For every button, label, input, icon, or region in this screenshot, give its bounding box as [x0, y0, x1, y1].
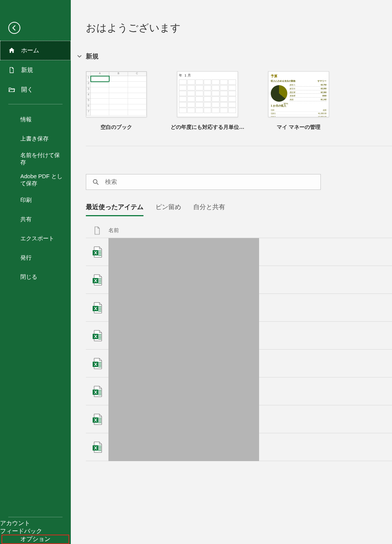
recent-file-row[interactable] — [86, 294, 392, 322]
template-caption: どの年度にも対応する月単位… — [171, 124, 244, 131]
file-name-redacted — [108, 405, 259, 433]
back-button[interactable] — [8, 22, 20, 34]
sidebar-item-save[interactable]: 上書き保存 — [0, 129, 71, 148]
file-header-icon — [86, 226, 108, 235]
template-thumbnail: ABC 1 2 3 4 5 6 7 — [86, 71, 147, 117]
excel-file-icon — [86, 358, 108, 370]
file-icon — [8, 67, 18, 73]
search-icon — [86, 179, 105, 185]
sidebar-item-label: 新規 — [18, 66, 33, 74]
file-list-header: 名前 — [86, 223, 392, 238]
sidebar-item-label: エクスポート — [20, 235, 54, 242]
sidebar-item-save-as[interactable]: 名前を付けて保存 — [0, 148, 71, 169]
sidebar-item-adobe-pdf[interactable]: Adobe PDF として保存 — [0, 169, 71, 190]
template-caption: 空白のブック — [101, 124, 132, 131]
excel-file-icon — [86, 302, 108, 314]
sidebar-item-label: 印刷 — [20, 196, 32, 204]
template-thumbnail: 年1 月 — [177, 71, 238, 117]
file-header-name: 名前 — [108, 227, 119, 234]
file-name-redacted — [108, 377, 259, 405]
sidebar-item-label: 閉じる — [20, 273, 37, 281]
sidebar-item-label: フィードバック — [0, 528, 42, 534]
template-caption: マイ マネーの管理 — [277, 124, 320, 131]
sidebar-item-share[interactable]: 共有 — [0, 209, 71, 229]
excel-file-icon — [86, 441, 108, 453]
new-section-label: 新規 — [86, 52, 99, 61]
folder-open-icon — [8, 86, 18, 93]
sidebar-divider — [8, 104, 63, 104]
sidebar-item-open[interactable]: 開く — [0, 80, 71, 99]
chevron-down-icon — [77, 54, 82, 59]
sidebar: ホーム 新規 開く 情報 上書き保存 名前を付けて保存 Adobe PDF とし… — [0, 0, 71, 544]
sidebar-item-label: Adobe PDF として保存 — [20, 173, 64, 187]
sidebar-item-options[interactable]: オプション — [2, 535, 69, 543]
file-name-redacted — [108, 350, 259, 377]
horizontal-divider — [86, 146, 392, 146]
file-name-redacted — [108, 238, 259, 266]
excel-file-icon — [86, 274, 108, 286]
template-manage-my-money[interactable]: 予算 収入に占める支出の割合 サマリー 35% 総収入¥3,750 — [268, 71, 329, 131]
sidebar-item-label: 開く — [18, 86, 33, 94]
file-name-redacted — [108, 322, 259, 350]
sidebar-item-feedback[interactable]: フィードバック — [0, 527, 71, 535]
recent-file-row[interactable] — [86, 238, 392, 266]
recent-file-row[interactable] — [86, 322, 392, 350]
recent-file-row[interactable] — [86, 350, 392, 377]
file-name-redacted — [108, 433, 259, 461]
tab-pinned[interactable]: ピン留め — [156, 203, 181, 216]
recent-file-row[interactable] — [86, 433, 392, 461]
excel-file-icon — [86, 385, 108, 397]
sidebar-item-label: 共有 — [20, 215, 32, 223]
template-blank-workbook[interactable]: ABC 1 2 3 4 5 6 7 空白のブック — [86, 71, 147, 131]
sidebar-item-label: ホーム — [18, 47, 39, 55]
sidebar-item-new[interactable]: 新規 — [0, 60, 71, 80]
excel-file-icon — [86, 330, 108, 342]
main-content: おはようございます 新規 ABC 1 2 3 4 5 6 7 — [71, 0, 392, 544]
template-thumbnail: 予算 収入に占める支出の割合 サマリー 35% 総収入¥3,750 — [268, 71, 329, 117]
new-section-header[interactable]: 新規 — [77, 52, 392, 61]
tab-shared[interactable]: 自分と共有 — [193, 203, 225, 216]
search-input[interactable] — [105, 179, 320, 185]
sidebar-item-home[interactable]: ホーム — [0, 41, 71, 60]
sidebar-item-label: 上書き保存 — [20, 135, 49, 142]
home-icon — [8, 47, 18, 54]
sidebar-item-close[interactable]: 閉じる — [0, 267, 71, 286]
sidebar-item-info[interactable]: 情報 — [0, 110, 71, 129]
svg-point-0 — [93, 180, 97, 183]
recent-file-list: 名前 — [86, 223, 392, 461]
sidebar-item-label: オプション — [20, 536, 50, 542]
sidebar-item-account[interactable]: アカウント — [0, 520, 71, 527]
sidebar-item-export[interactable]: エクスポート — [0, 229, 71, 248]
recent-file-row[interactable] — [86, 377, 392, 405]
sidebar-item-label: 名前を付けて保存 — [20, 151, 64, 166]
tab-label: 最近使ったアイテム — [86, 203, 143, 211]
back-arrow-icon — [11, 25, 17, 31]
sidebar-item-label: アカウント — [0, 520, 30, 526]
recent-file-row[interactable] — [86, 405, 392, 433]
file-name-redacted — [108, 294, 259, 322]
file-name-redacted — [108, 266, 259, 294]
excel-file-icon — [86, 413, 108, 425]
tab-recent[interactable]: 最近使ったアイテム — [86, 203, 143, 216]
tab-label: 自分と共有 — [193, 203, 225, 211]
svg-line-1 — [97, 183, 99, 185]
sidebar-item-label: 情報 — [20, 116, 32, 123]
recent-file-row[interactable] — [86, 266, 392, 294]
search-box[interactable] — [86, 174, 321, 190]
sidebar-item-print[interactable]: 印刷 — [0, 190, 71, 209]
page-greeting: おはようございます — [86, 21, 392, 35]
template-monthly-calendar[interactable]: 年1 月 どの年度にも対応する月単位… — [177, 71, 238, 131]
sidebar-divider — [8, 517, 63, 517]
tab-label: ピン留め — [156, 203, 181, 211]
sidebar-item-label: 発行 — [20, 254, 32, 261]
excel-file-icon — [86, 246, 108, 258]
sidebar-item-publish[interactable]: 発行 — [0, 248, 71, 267]
